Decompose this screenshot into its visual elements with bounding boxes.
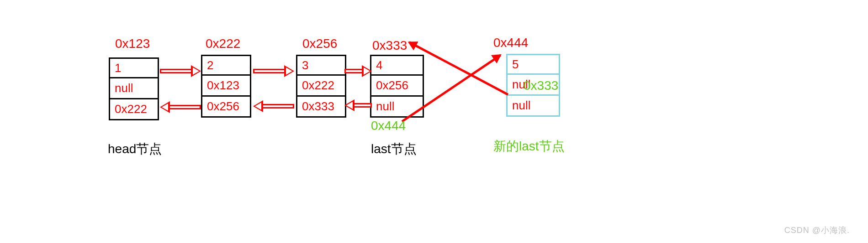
node4-prev: 0x256 [370, 76, 424, 97]
node-1: 1 null 0x222 [109, 57, 159, 120]
node5-next: null [506, 96, 560, 117]
node2-prev: 0x123 [201, 76, 251, 97]
node4-next: null [370, 97, 424, 118]
node4-next-new: 0x444 [371, 119, 406, 133]
addr-n2: 0x222 [206, 36, 240, 51]
caption-head: head节点 [108, 140, 162, 158]
node3-next: 0x333 [296, 97, 346, 118]
arrow-2-to-1 [160, 101, 201, 113]
caption-newlast: 新的last节点 [493, 138, 565, 155]
node4-val: 4 [370, 55, 424, 76]
node-2: 2 0x123 0x256 [201, 55, 251, 118]
arrow-4-to-3 [344, 99, 372, 111]
node3-val: 3 [296, 55, 346, 76]
diagram-canvas: 0x123 0x222 0x256 0x333 0x444 1 null 0x2… [0, 0, 868, 243]
arrow-3-to-4 [344, 65, 372, 77]
addr-n4: 0x333 [372, 38, 407, 53]
node1-prev: null [109, 78, 159, 99]
node-4: 4 0x256 null [370, 55, 424, 118]
node3-prev: 0x222 [296, 76, 346, 97]
node2-val: 2 [201, 55, 251, 76]
node-3: 3 0x222 0x333 [296, 55, 346, 118]
addr-n5: 0x444 [493, 36, 528, 50]
watermark: CSDN @小海浪. [784, 225, 850, 236]
arrow-3-to-2 [253, 100, 294, 112]
arrow-1-to-2 [160, 65, 201, 77]
node1-next: 0x222 [109, 99, 159, 120]
node1-val: 1 [109, 57, 159, 78]
arrow-2-to-3 [253, 65, 294, 77]
addr-n1: 0x123 [115, 36, 150, 51]
addr-n3: 0x256 [302, 36, 337, 51]
caption-last: last节点 [371, 140, 417, 158]
node5-prev-new: 0x333 [524, 78, 558, 93]
node5-val: 5 [506, 54, 560, 75]
node2-next: 0x256 [201, 97, 251, 118]
